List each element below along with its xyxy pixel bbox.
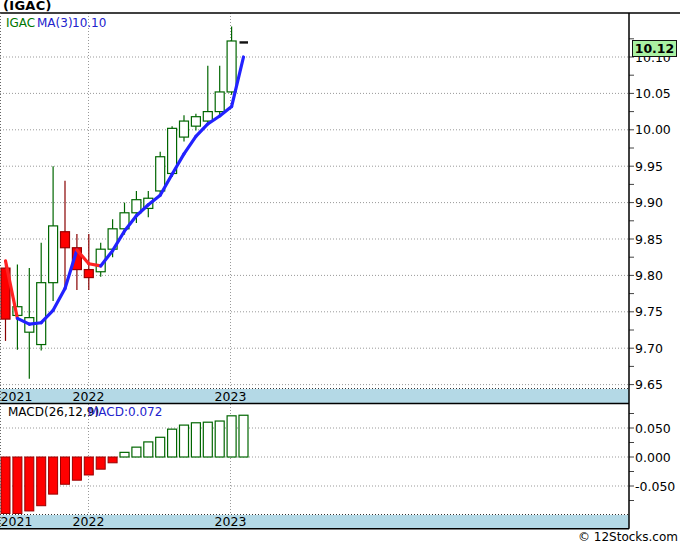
price-macd-chart: 20212021202220222023202310.1010.0510.009…: [0, 0, 680, 546]
svg-text:10.00: 10.00: [635, 122, 671, 137]
svg-text:9.75: 9.75: [635, 304, 663, 319]
macd-legend-value: MACD:0.072: [88, 405, 162, 419]
candle: [227, 41, 236, 92]
macd-bar: [132, 447, 141, 457]
candle: [191, 117, 200, 126]
macd-bar: [180, 425, 189, 457]
legend-symbol: IGAC: [6, 16, 35, 30]
macd-bar: [227, 416, 236, 457]
svg-text:9.90: 9.90: [635, 195, 663, 210]
copyright-text: © 12Stocks.com: [578, 530, 678, 544]
candle: [84, 270, 93, 278]
svg-text:-0.050: -0.050: [635, 479, 675, 494]
macd-bar: [1, 457, 10, 514]
legend-ma-value: 10.10: [72, 16, 106, 30]
macd-bar: [108, 457, 117, 463]
stock-chart-page: (IGAC) 20212021202220222023202310.1010.0…: [0, 0, 680, 546]
macd-histogram: [1, 415, 248, 513]
candle: [203, 112, 212, 121]
svg-text:2022: 2022: [73, 514, 105, 529]
svg-text:2022: 2022: [73, 389, 105, 404]
svg-text:9.80: 9.80: [635, 268, 663, 283]
macd-bar: [61, 457, 70, 484]
macd-bar: [191, 423, 200, 457]
candle: [37, 283, 46, 345]
macd-bar: [72, 457, 81, 480]
candle: [156, 157, 165, 191]
macd-bar: [156, 437, 165, 457]
svg-text:2021: 2021: [1, 389, 33, 404]
legend-ma-label: MA(3): [37, 16, 73, 30]
svg-text:2021: 2021: [1, 514, 33, 529]
macd-bar: [144, 442, 153, 457]
macd-bar: [215, 421, 224, 457]
svg-text:9.65: 9.65: [635, 377, 663, 392]
current-price-badge: 10.12: [632, 40, 677, 57]
macd-bar: [37, 457, 46, 506]
candle: [49, 226, 58, 283]
candle: [180, 121, 189, 137]
svg-text:0.000: 0.000: [635, 450, 671, 465]
candle: [61, 232, 70, 248]
macd-legend-label: MACD(26,12,9): [8, 405, 99, 419]
svg-text:0.050: 0.050: [635, 421, 671, 436]
last-price-dash: [240, 41, 249, 43]
svg-text:9.70: 9.70: [635, 341, 663, 356]
svg-text:9.95: 9.95: [635, 159, 663, 174]
svg-text:2023: 2023: [215, 389, 247, 404]
macd-bar: [168, 429, 177, 457]
macd-bar: [96, 457, 105, 469]
svg-text:10.05: 10.05: [635, 86, 671, 101]
svg-text:9.85: 9.85: [635, 232, 663, 247]
macd-bar: [25, 457, 34, 511]
candle: [215, 92, 224, 112]
candle-bodies: [1, 41, 248, 345]
macd-bar: [203, 422, 212, 457]
macd-bar: [84, 457, 93, 475]
macd-bar: [13, 457, 22, 514]
price-gridlines: 10.1010.0510.009.959.909.859.809.759.709…: [0, 50, 671, 393]
macd-bar: [49, 457, 58, 494]
macd-bar: [120, 452, 129, 457]
macd-bar: [239, 415, 248, 457]
svg-text:2023: 2023: [215, 514, 247, 529]
